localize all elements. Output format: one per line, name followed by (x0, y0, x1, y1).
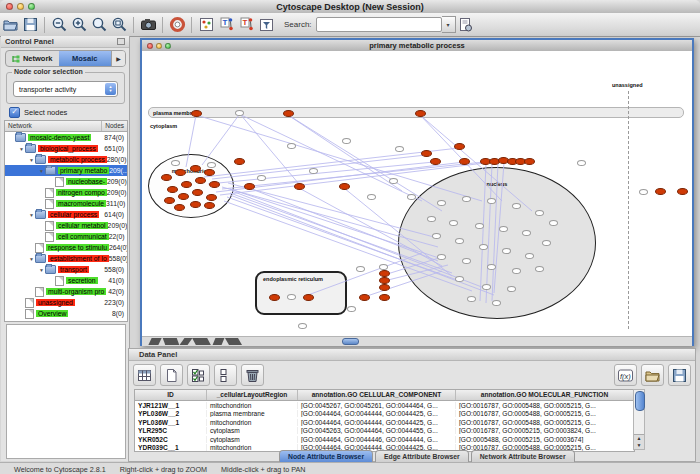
network-node[interactable] (235, 110, 244, 116)
network-node-selected[interactable] (677, 188, 688, 195)
network-node[interactable] (287, 294, 296, 300)
network-node[interactable] (467, 296, 476, 302)
search-dropdown-icon[interactable]: ▾ (442, 16, 456, 33)
network-node[interactable] (482, 284, 491, 290)
network-node[interactable] (407, 194, 416, 200)
tree-row[interactable]: multi-organism pro42(0) (5, 286, 127, 297)
network-node-selected[interactable] (161, 174, 172, 181)
tab-overflow-icon[interactable]: ▶ (111, 51, 125, 66)
tree-row[interactable]: cellular metabol209(0) (5, 220, 127, 231)
network-node-selected[interactable] (421, 150, 432, 157)
graphics-details-icon[interactable] (196, 15, 216, 35)
network-node[interactable] (347, 306, 356, 312)
tree-row[interactable]: response to stimulu264(0) (5, 242, 127, 253)
tree-row[interactable]: nucleobase-209(0) (5, 176, 127, 187)
network-node-selected[interactable] (192, 189, 203, 196)
tree-row[interactable]: ▼biological_process651(0) (5, 143, 127, 154)
zoom-fit-icon[interactable] (109, 15, 129, 35)
tree-row[interactable]: nitrogen compo209(0) (5, 187, 127, 198)
tab-mosaic[interactable]: Mosaic (59, 51, 112, 66)
save-attributes-icon[interactable] (668, 364, 691, 386)
tree-row[interactable]: ▼cellular process614(0) (5, 209, 127, 220)
network-node-selected[interactable] (459, 158, 470, 165)
table-row[interactable]: YKR052Ccytoplasm[GO:0044464, GO:0044446,… (135, 435, 634, 444)
vizmap2-icon[interactable]: T (236, 15, 256, 35)
network-node[interactable] (487, 264, 496, 270)
tree-row[interactable]: cell communicat22(0) (5, 231, 127, 242)
network-node[interactable] (492, 300, 501, 306)
table-row[interactable]: YJR121W__1mitochondrion[GO:0045267, GO:0… (135, 401, 634, 410)
combobox-stepper-icon[interactable]: ▲▼ (105, 83, 116, 95)
network-node[interactable] (577, 160, 586, 166)
network-node[interactable] (455, 276, 464, 282)
network-node[interactable] (427, 216, 436, 222)
column-cellular-component[interactable]: annotation.GO CELLULAR_COMPONENT (298, 390, 456, 400)
delete-attribute-icon[interactable] (241, 364, 264, 386)
canvas-horizontal-scrollbar[interactable] (142, 336, 692, 346)
network-node-selected[interactable] (167, 186, 178, 193)
table-row[interactable]: YPL036W__1mitochondrion[GO:0044464, GO:0… (135, 418, 634, 427)
expand-arrow-icon[interactable]: ▼ (38, 267, 45, 273)
birdseye-view[interactable] (6, 324, 126, 459)
tree-row[interactable]: ▼transport558(0) (5, 264, 127, 275)
network-canvas[interactable]: plasma membrane cytoplasm mitochondrion … (142, 51, 692, 336)
network-node[interactable] (522, 230, 531, 236)
tree-row[interactable]: mosaic-demo-yeast874(0) (5, 132, 127, 143)
network-node-selected[interactable] (379, 294, 390, 301)
network-node[interactable] (309, 168, 318, 174)
tree-row[interactable]: unassigned223(0) (5, 297, 127, 308)
network-node-selected[interactable] (164, 197, 175, 204)
tree-row[interactable]: ▼establishment of lo558(0) (5, 253, 127, 264)
network-node-selected[interactable] (175, 169, 186, 176)
network-node-selected[interactable] (415, 110, 426, 117)
network-node-selected[interactable] (209, 181, 220, 188)
network-node[interactable] (437, 200, 446, 206)
network-node[interactable] (639, 189, 648, 195)
expand-arrow-icon[interactable]: ▼ (18, 146, 25, 152)
network-node[interactable] (432, 233, 441, 239)
hscrollbar-thumb[interactable] (342, 338, 359, 345)
network-node-selected[interactable] (195, 177, 206, 184)
network-node-selected[interactable] (178, 193, 189, 200)
column-id[interactable]: ID (135, 390, 207, 400)
node-color-combobox[interactable]: transporter activity ▲▼ (13, 81, 118, 97)
float-panel-icon[interactable] (117, 38, 125, 45)
tree-row[interactable]: ▼primary metabo209(... (5, 165, 127, 176)
formula-icon[interactable]: f(x) (614, 364, 637, 386)
import-attributes-icon[interactable] (641, 364, 664, 386)
network-node-selected[interactable] (190, 201, 201, 208)
network-node[interactable] (542, 240, 551, 246)
open-icon[interactable] (0, 15, 20, 35)
zoom-selected-icon[interactable] (89, 15, 109, 35)
network-node-selected[interactable] (379, 284, 390, 291)
tab-node-attribute-browser[interactable]: Node Attribute Browser (279, 450, 373, 462)
network-node-selected[interactable] (524, 158, 535, 165)
network-node[interactable] (298, 323, 307, 329)
expand-arrow-icon[interactable]: ▼ (28, 256, 35, 262)
expand-arrow-icon[interactable]: ▼ (28, 212, 35, 218)
help-icon[interactable] (167, 15, 187, 35)
network-node-selected[interactable] (454, 143, 465, 150)
table-vertical-scrollbar[interactable]: ▲▼ (633, 389, 645, 450)
table-row[interactable]: YPL036W__2plasma membrane[GO:0044464, GO… (135, 410, 634, 419)
vscrollbar-thumb[interactable] (635, 391, 645, 411)
tree-row[interactable]: macromolecule311(0) (5, 198, 127, 209)
tab-edge-attribute-browser[interactable]: Edge Attribute Browser (375, 450, 469, 462)
network-node[interactable] (549, 220, 558, 226)
network-node[interactable] (395, 146, 404, 152)
network-node-selected[interactable] (430, 158, 441, 165)
network-node[interactable] (502, 248, 511, 254)
expand-arrow-icon[interactable]: ▼ (28, 157, 35, 163)
network-node-selected[interactable] (206, 194, 217, 201)
vizmap-icon[interactable]: T (216, 15, 236, 35)
filter-icon[interactable] (256, 15, 276, 35)
network-node[interactable] (462, 258, 471, 264)
network-node[interactable] (389, 178, 398, 184)
attribute-import-icon[interactable] (456, 15, 476, 35)
network-node-selected[interactable] (234, 158, 245, 165)
network-node[interactable] (449, 220, 458, 226)
table-row[interactable]: YLR295Ccytoplasm[GO:0045263, GO:0044464,… (135, 427, 634, 436)
network-node[interactable] (525, 253, 534, 259)
save-icon[interactable] (20, 15, 40, 35)
network-node[interactable] (535, 266, 544, 272)
